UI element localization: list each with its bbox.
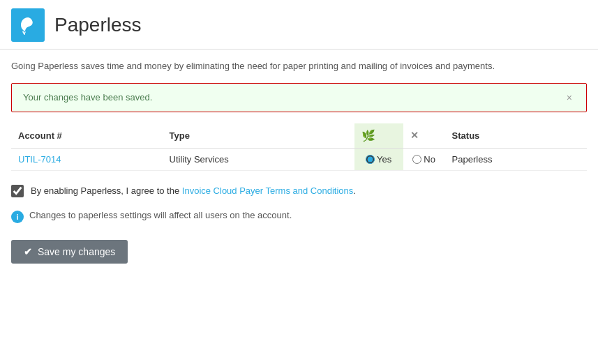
terms-checkbox[interactable] [11,185,24,197]
no-radio-label[interactable]: No [410,154,438,165]
leaf-icon: 🌿 [361,129,375,142]
info-icon: i [11,211,24,223]
cell-type: Utility Services [163,148,354,170]
page-header: Paperless [0,0,598,50]
description-text: Going Paperless saves time and money by … [11,59,587,73]
cell-no[interactable]: No [403,148,445,170]
main-content: Going Paperless saves time and money by … [0,50,598,273]
alert-close-button[interactable]: × [564,92,575,103]
col-status: Status [445,123,587,149]
yes-radio-label[interactable]: Yes [361,154,396,165]
x-icon: ✕ [410,130,419,141]
table-row: UTIL-7014 Utility Services Yes No Paperl… [11,148,587,170]
table-header-row: Account # Type 🌿 ✕ Status [11,123,587,149]
terms-row: By enabling Paperless, I agree to the In… [11,185,587,197]
col-no: ✕ [403,123,445,149]
info-text: Changes to paperless settings will affec… [29,210,292,220]
save-button-label: Save my changes [38,246,115,257]
info-row: i Changes to paperless settings will aff… [11,210,587,223]
save-changes-button[interactable]: ✔ Save my changes [11,240,128,264]
page-title: Paperless [54,14,142,36]
app-logo [11,8,45,42]
cell-yes[interactable]: Yes [354,148,403,170]
checkmark-icon: ✔ [24,246,32,257]
terms-link[interactable]: Invoice Cloud Payer Terms and Conditions [182,185,353,196]
alert-message: Your changes have been saved. [23,92,152,103]
col-yes: 🌿 [354,123,403,149]
success-alert: Your changes have been saved. × [11,83,587,112]
col-type: Type [163,123,354,149]
yes-radio[interactable] [366,155,375,164]
col-account: Account # [11,123,163,149]
cell-account: UTIL-7014 [11,148,163,170]
terms-text: By enabling Paperless, I agree to the In… [31,185,356,196]
cell-status: Paperless [445,148,587,170]
paperless-table: Account # Type 🌿 ✕ Status UTIL-7014 Util… [11,123,587,171]
no-radio[interactable] [412,155,421,164]
